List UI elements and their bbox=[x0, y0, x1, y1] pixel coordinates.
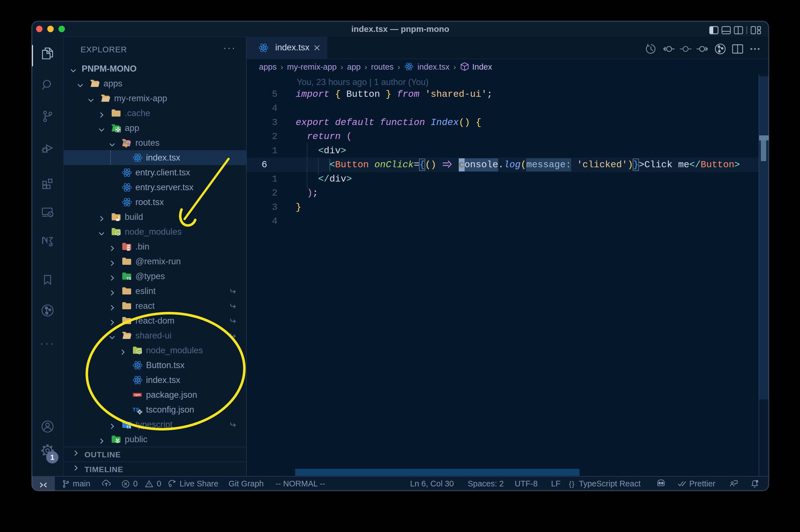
svg-text:JS: JS bbox=[116, 232, 120, 235]
svg-text:10: 10 bbox=[127, 248, 130, 250]
svg-text:npm: npm bbox=[134, 393, 141, 396]
svg-text:TS: TS bbox=[127, 277, 131, 281]
svg-text:JS: JS bbox=[138, 350, 141, 353]
svg-text:01: 01 bbox=[127, 245, 130, 248]
svg-text:TS: TS bbox=[127, 425, 131, 429]
